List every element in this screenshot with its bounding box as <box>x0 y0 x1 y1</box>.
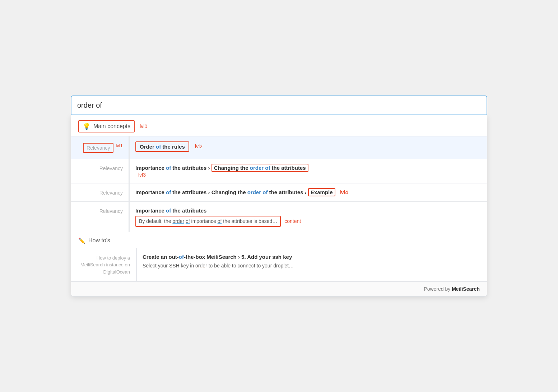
title-importance-1: Importance <box>135 165 166 171</box>
result-row-2[interactable]: Relevancy Importance of the attributes ›… <box>71 159 487 183</box>
howtos-section-header: ✏️ How to's <box>71 232 487 248</box>
result-meta-3: Relevancy <box>71 183 129 201</box>
howtos-snippet-order: order <box>195 263 207 269</box>
result-title-3: Importance of the attributes › Changing … <box>135 188 480 196</box>
footer: Powered by MeiliSearch <box>71 281 487 296</box>
result-title-4: Importance of the attributes <box>135 207 480 214</box>
howtos-title-of: of <box>179 254 184 260</box>
lvl0-badge: lvl0 <box>140 123 147 129</box>
result-row-4[interactable]: Relevancy Importance of the attributes B… <box>71 202 487 232</box>
lvl4-badge: lvl4 <box>340 190 348 195</box>
title-highlight-of-1: of <box>156 144 161 150</box>
title-attr-3: the attributes › <box>268 189 308 195</box>
howtos-meta-label-1: How to deploy a MeiliSearch instance on … <box>78 255 130 276</box>
search-input[interactable] <box>77 101 481 109</box>
powered-by-text: Powered by <box>424 286 450 292</box>
title-order-2: order <box>247 189 261 195</box>
order-of-rules-title: Order of the rules <box>135 141 189 152</box>
howtos-row-1[interactable]: How to deploy a MeiliSearch instance on … <box>71 248 487 282</box>
content-badge: content <box>284 218 301 224</box>
snippet-underline-order: order <box>172 218 184 224</box>
lvl2-badge: lvl2 <box>195 144 203 149</box>
snippet-text-4: By default, the order of importance of t… <box>139 218 277 224</box>
search-dropdown: 💡 Main concepts lvl0 Relevancy lvl1 Orde… <box>71 115 487 297</box>
brand-name: MeiliSearch <box>452 286 480 292</box>
result-title-2: Importance of the attributes › Changing … <box>135 164 480 172</box>
title-of-6: of <box>166 207 171 214</box>
result-content-3: Importance of the attributes › Changing … <box>129 183 487 201</box>
howtos-title-part2: -the-box MeiliSearch › 5. Add your ssh k… <box>184 254 292 260</box>
title-order-1: order <box>250 165 264 171</box>
title-text-2: the rules <box>161 144 185 150</box>
title-attr-1: the attributes › <box>171 165 211 171</box>
snippet-underline-of2: of <box>218 218 222 224</box>
title-of-2: of <box>265 165 270 171</box>
main-concepts-outlined-box: 💡 Main concepts <box>78 120 135 132</box>
meta-label-4: Relevancy <box>99 208 123 214</box>
result-content-1: Order of the rules lvl2 <box>129 136 487 159</box>
link-icon: ✏️ <box>78 237 85 244</box>
lvl1-badge: lvl1 <box>116 143 123 148</box>
result-content-4: Importance of the attributes By default,… <box>129 202 487 232</box>
result-meta-2: Relevancy <box>71 159 129 183</box>
search-box-container <box>71 95 487 115</box>
main-concepts-section-header: 💡 Main concepts lvl0 <box>71 115 487 136</box>
title-importance-2: Importance <box>135 189 166 195</box>
title-attr-4: the attributes <box>171 207 206 214</box>
result-row-3[interactable]: Relevancy Importance of the attributes ›… <box>71 183 487 202</box>
snippet-content-row: By default, the order of importance of t… <box>135 216 480 227</box>
meta-label-2: Relevancy <box>99 165 123 171</box>
search-widget: 💡 Main concepts lvl0 Relevancy lvl1 Orde… <box>71 95 487 297</box>
snippet-underline-of: of <box>186 218 190 224</box>
meta-label-3: Relevancy <box>99 190 123 196</box>
howtos-content-1: Create an out-of-the-box MeiliSearch › 5… <box>136 248 487 281</box>
title-of-5: of <box>262 189 268 195</box>
howtos-title-part1: Create an out- <box>143 254 179 260</box>
result-row-1[interactable]: Relevancy lvl1 Order of the rules lvl2 <box>71 136 487 159</box>
result-meta-4: Relevancy <box>71 202 129 232</box>
result-title-row-1: Order of the rules lvl2 <box>135 141 480 152</box>
howtos-meta-1: How to deploy a MeiliSearch instance on … <box>71 248 136 281</box>
title-of-1: of <box>166 165 171 171</box>
meta-label-1: Relevancy <box>87 145 110 151</box>
title-text-1: Order <box>140 144 156 150</box>
howtos-label: How to's <box>88 237 110 244</box>
title-importance-3: Importance <box>135 207 166 214</box>
bulb-icon: 💡 <box>83 122 90 130</box>
example-outlined: Example <box>308 188 335 196</box>
howtos-snippet-1: Select your SSH key in order to be able … <box>143 262 480 270</box>
howtos-title-1: Create an out-of-the-box MeiliSearch › 5… <box>143 253 480 261</box>
title-attr-2: the attributes › Changing the <box>171 189 247 195</box>
result-content-2: Importance of the attributes › Changing … <box>129 159 487 183</box>
title-of-3: of <box>166 189 171 195</box>
result-meta-1: Relevancy lvl1 <box>71 136 129 159</box>
lvl3-badge: lvl3 <box>138 172 146 178</box>
snippet-outlined-box: By default, the order of importance of t… <box>135 216 281 227</box>
main-concepts-label: Main concepts <box>93 123 130 130</box>
changing-outlined: Changing the order of the attributes <box>211 164 308 172</box>
